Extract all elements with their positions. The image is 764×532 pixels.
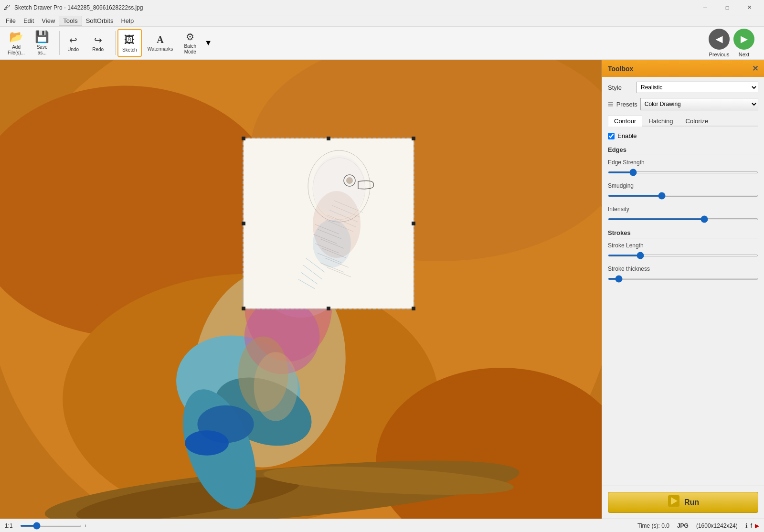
edge-strength-slider[interactable] (608, 171, 758, 173)
more-options-button[interactable]: ▼ (204, 39, 212, 47)
tab-colorize[interactable]: Colorize (679, 115, 715, 127)
zoom-increase-icon[interactable]: + (84, 523, 86, 529)
titlebar: 🖊 Sketch Drawer Pro - 1442285_8066162822… (0, 0, 764, 15)
stroke-length-slider[interactable] (608, 255, 758, 256)
selection-handle-tr[interactable] (412, 137, 415, 140)
batch-label: BatchMode (184, 43, 196, 55)
stroke-thickness-row: Stroke thickness (608, 266, 758, 281)
zoom-slider[interactable] (20, 525, 82, 527)
menu-help[interactable]: Help (117, 16, 138, 25)
redo-icon: ↪ (94, 34, 102, 46)
sketch-icon: 🖼 (124, 34, 135, 46)
sketch-button[interactable]: 🖼 Sketch (117, 29, 142, 57)
canvas-area (0, 60, 602, 519)
toolbar: 📂 AddFile(s)... 💾 Saveas... ↩ Undo ↪ Red… (0, 27, 764, 60)
run-arrow-icon (667, 494, 680, 508)
svg-point-37 (313, 220, 351, 267)
run-button[interactable]: Run (608, 492, 758, 513)
separator-1 (59, 31, 60, 55)
presets-select[interactable]: Color Drawing Pencil Sketch Charcoal (640, 98, 758, 110)
enable-row: Enable (608, 132, 758, 139)
info-icon[interactable]: ℹ (745, 522, 748, 529)
selection-box (243, 138, 414, 309)
statusbar: 1:1 ─ + Time (s): 0.0 JPG (1600x1242x24)… (0, 519, 764, 532)
undo-button[interactable]: ↩ Undo (62, 29, 85, 57)
next-label: Next (739, 52, 750, 57)
add-files-icon: 📂 (9, 30, 23, 43)
maximize-button[interactable]: □ (716, 0, 738, 15)
enable-checkbox[interactable] (608, 133, 615, 139)
status-time: Time (s): 0.0 (637, 522, 669, 529)
edge-strength-label: Edge Strength (608, 159, 758, 166)
status-icons: ℹ f ▶ (745, 522, 759, 529)
minimize-button[interactable]: ─ (694, 0, 716, 15)
youtube-icon[interactable]: ▶ (755, 522, 759, 529)
selection-handle-br[interactable] (412, 307, 415, 310)
batch-icon: ⚙ (186, 31, 194, 43)
stroke-thickness-slider[interactable] (608, 278, 758, 280)
run-label: Run (684, 498, 699, 507)
share-icon[interactable]: f (751, 522, 752, 529)
smudging-label: Smudging (608, 182, 758, 189)
window-title: Sketch Drawer Pro - 1442285_80661628222s… (14, 4, 694, 11)
previous-button[interactable]: ◀ (709, 29, 730, 50)
intensity-label: Intensity (608, 206, 758, 213)
toolbox-close-button[interactable]: ✕ (752, 64, 758, 73)
stroke-thickness-label: Stroke thickness (608, 266, 758, 272)
menu-softorbits[interactable]: SoftOrbits (82, 16, 117, 25)
watermarks-button[interactable]: A Watermarks (144, 29, 177, 57)
smudging-slider[interactable] (608, 195, 758, 197)
separator-2 (115, 31, 116, 55)
stroke-length-row: Stroke Length (608, 242, 758, 258)
menu-tools[interactable]: Tools (59, 16, 82, 26)
svg-point-40 (346, 177, 353, 184)
zoom-decrease-icon[interactable]: ─ (15, 523, 19, 529)
selection-handle-tm[interactable] (327, 137, 330, 140)
presets-row: ≡ Presets Color Drawing Pencil Sketch Ch… (608, 98, 758, 110)
style-row: Style Realistic Pencil Charcoal Ink (608, 82, 758, 93)
edge-strength-row: Edge Strength (608, 159, 758, 175)
save-as-button[interactable]: 💾 Saveas... (31, 29, 53, 57)
sketch-label: Sketch (122, 47, 137, 53)
add-files-button[interactable]: 📂 AddFile(s)... (4, 29, 29, 57)
watermarks-icon: A (157, 34, 163, 45)
selection-handle-bl[interactable] (242, 307, 245, 310)
svg-point-20 (185, 430, 229, 456)
menu-file[interactable]: File (2, 16, 20, 25)
run-icon (667, 494, 680, 511)
run-section: Run (602, 486, 764, 519)
watermarks-label: Watermarks (148, 46, 173, 52)
tab-contour[interactable]: Contour (608, 115, 642, 127)
toolbox-panel: Toolbox ✕ Style Realistic Pencil Charcoa… (602, 60, 764, 519)
enable-label[interactable]: Enable (617, 132, 637, 139)
app-icon: 🖊 (4, 4, 11, 11)
close-button[interactable]: ✕ (738, 0, 760, 15)
save-label: Saveas... (37, 44, 48, 56)
zoom-label: 1:1 (5, 522, 13, 529)
selection-handle-bm[interactable] (327, 307, 330, 310)
selection-handle-mr[interactable] (412, 222, 415, 225)
menu-view[interactable]: View (38, 16, 59, 25)
svg-point-22 (254, 352, 298, 421)
toolbox-content: Style Realistic Pencil Charcoal Ink ≡ Pr… (602, 77, 764, 486)
menu-edit[interactable]: Edit (20, 16, 38, 25)
toolbox-title: Toolbox (608, 65, 633, 73)
spacer (608, 289, 758, 308)
svg-point-38 (313, 155, 365, 217)
selection-handle-tl[interactable] (242, 137, 245, 140)
menubar: File Edit View Tools SoftOrbits Help (0, 15, 764, 27)
selection-handle-ml[interactable] (242, 222, 245, 225)
nav-section: ◀ Previous ▶ Next (709, 29, 754, 57)
previous-label: Previous (709, 52, 730, 57)
strokes-section-header: Strokes (608, 229, 758, 238)
intensity-slider[interactable] (608, 218, 758, 220)
tab-hatching[interactable]: Hatching (642, 115, 679, 127)
style-select[interactable]: Realistic Pencil Charcoal Ink (637, 82, 758, 93)
tabs-row: Contour Hatching Colorize (608, 115, 758, 127)
redo-button[interactable]: ↪ Redo (86, 29, 109, 57)
batch-mode-button[interactable]: ⚙ BatchMode (179, 29, 202, 57)
next-button[interactable]: ▶ (733, 29, 754, 50)
redo-label: Redo (92, 47, 104, 52)
save-icon: 💾 (35, 30, 49, 43)
smudging-row: Smudging (608, 182, 758, 198)
